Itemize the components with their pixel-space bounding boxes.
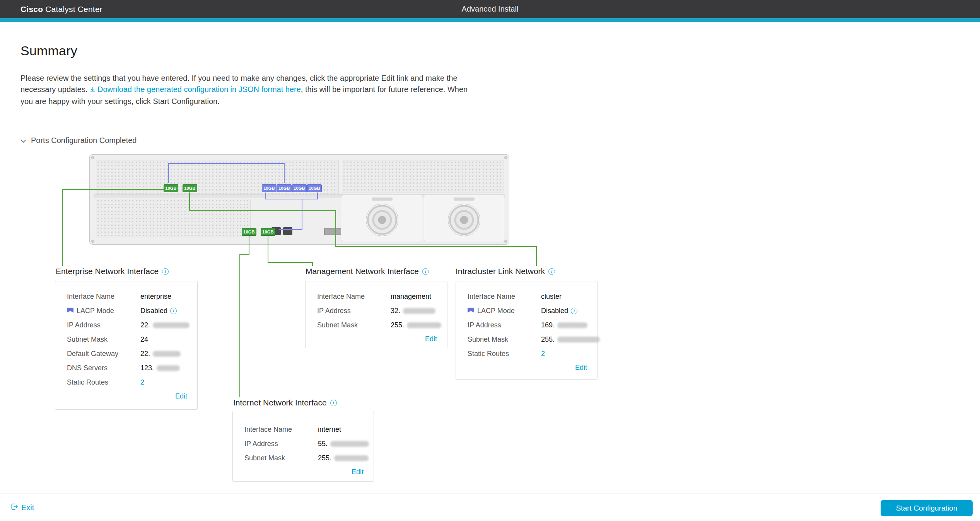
field-value: Disabled <box>140 306 167 315</box>
enterprise-card-title: Enterprise Network Interface i <box>56 266 170 277</box>
field-row-lacp-mode: LACP Mode Disabled i <box>468 306 587 315</box>
edit-link[interactable]: Edit <box>175 392 187 400</box>
field-row-subnet-mask: Subnet Mask 255. <box>317 321 437 329</box>
cluster-port-badge: 10GB <box>242 228 256 236</box>
intracluster-link-card: Interface Name cluster LACP Mode Disable… <box>456 281 598 380</box>
field-value-prefix: 55. <box>318 439 328 448</box>
edit-link[interactable]: Edit <box>352 468 364 476</box>
card-title-text: Enterprise Network Interface <box>56 267 159 276</box>
lacp-flag-icon <box>468 306 474 315</box>
field-label: Interface Name <box>67 292 140 301</box>
io-port <box>283 227 292 235</box>
info-icon[interactable]: i <box>422 268 429 275</box>
card-title-text: Management Network Interface <box>306 267 419 276</box>
static-routes-link[interactable]: 2 <box>140 378 144 386</box>
power-supply-unit <box>342 195 422 241</box>
info-icon[interactable]: i <box>162 268 169 275</box>
field-label: IP Address <box>67 321 140 329</box>
download-icon <box>90 85 96 96</box>
field-label: Default Gateway <box>67 349 140 358</box>
management-interface-card: Interface Name management IP Address 32.… <box>305 281 447 348</box>
exit-label: Exit <box>21 503 34 512</box>
card-title-text: Intracluster Link Network <box>456 267 545 276</box>
chevron-down-icon <box>20 136 26 145</box>
exit-link[interactable]: Exit <box>10 503 34 512</box>
field-value-prefix: 169. <box>541 321 555 329</box>
vent-panel <box>342 160 504 192</box>
intro-text: Please review the settings that you have… <box>20 73 479 107</box>
field-row-ip-address: IP Address 55. <box>244 439 364 448</box>
lacp-port-badge: 10GB <box>307 184 322 192</box>
ports-configuration-section-toggle[interactable]: Ports Configuration Completed <box>20 136 137 145</box>
lacp-flag-icon <box>67 306 73 315</box>
redacted-value <box>334 455 369 461</box>
field-value-prefix: 255. <box>318 454 331 462</box>
field-label: LACP Mode <box>477 306 515 315</box>
info-icon[interactable]: i <box>571 308 577 314</box>
lacp-port-badge: 10GB <box>292 184 307 192</box>
redacted-value <box>557 337 600 342</box>
management-card-title: Management Network Interface i <box>306 266 430 277</box>
field-label: IP Address <box>317 306 391 315</box>
field-label: Subnet Mask <box>67 335 140 344</box>
cluster-port-badge: 10GB <box>261 228 275 236</box>
field-row-dns-servers: DNS Servers 123. <box>67 364 187 372</box>
field-row-interface-name: Interface Name cluster <box>468 292 587 301</box>
field-label: Static Routes <box>67 378 140 386</box>
internet-interface-card: Interface Name internet IP Address 55. S… <box>232 411 374 482</box>
power-supply-unit <box>424 195 504 241</box>
edit-link[interactable]: Edit <box>425 335 437 343</box>
section-title: Ports Configuration Completed <box>31 136 137 145</box>
wizard-title: Advanced Install <box>0 5 980 14</box>
redacted-value <box>330 441 369 447</box>
info-icon[interactable]: i <box>170 308 177 314</box>
screw <box>504 240 507 243</box>
field-row-interface-name: Interface Name internet <box>244 425 364 434</box>
redacted-value <box>557 322 587 328</box>
field-row-ip-address: IP Address 32. <box>317 306 437 315</box>
redacted-value <box>153 351 181 357</box>
field-value: cluster <box>541 292 562 301</box>
download-json-link[interactable]: Download the generated configuration in … <box>90 85 301 94</box>
enterprise-port-badge: 10GB <box>164 184 178 192</box>
field-row-interface-name: Interface Name management <box>317 292 437 301</box>
field-value-prefix: 255. <box>391 321 404 329</box>
psu-handle <box>454 198 475 201</box>
field-value: Disabled <box>541 306 568 315</box>
psu-fan <box>448 204 480 236</box>
screw <box>504 156 507 159</box>
psu-handle <box>372 198 393 201</box>
edit-link[interactable]: Edit <box>575 364 587 371</box>
field-row-static-routes: Static Routes 2 <box>468 349 587 358</box>
field-value: internet <box>318 425 341 434</box>
field-label: Subnet Mask <box>468 335 541 344</box>
redacted-value <box>153 322 190 328</box>
internet-card-title: Internet Network Interface i <box>233 397 338 408</box>
field-row-default-gateway: Default Gateway 22. <box>67 349 187 358</box>
info-icon[interactable]: i <box>330 400 337 406</box>
field-value: 24 <box>140 335 148 344</box>
static-routes-link[interactable]: 2 <box>541 349 545 358</box>
field-label: LACP Mode <box>77 306 114 315</box>
field-row-ip-address: IP Address 22. <box>67 321 187 329</box>
field-value-prefix: 22. <box>140 349 150 358</box>
enterprise-interface-card: Interface Name enterprise LACP Mode Disa… <box>55 281 198 410</box>
field-value: enterprise <box>140 292 171 301</box>
start-configuration-button[interactable]: Start Configuration <box>881 500 973 516</box>
screw <box>91 156 94 159</box>
field-row-subnet-mask: Subnet Mask 24 <box>67 335 187 344</box>
field-row-static-routes: Static Routes 2 <box>67 378 187 386</box>
field-label: Interface Name <box>317 292 391 301</box>
exit-icon <box>10 503 18 512</box>
server-rear-view-image <box>89 154 509 245</box>
io-connector <box>324 228 341 235</box>
field-row-ip-address: IP Address 169. <box>468 321 587 329</box>
info-icon[interactable]: i <box>548 268 555 275</box>
enterprise-port-badge: 10GB <box>183 184 197 192</box>
field-label: Subnet Mask <box>244 454 318 462</box>
redacted-value <box>157 365 180 371</box>
field-label: Interface Name <box>468 292 541 301</box>
field-row-lacp-mode: LACP Mode Disabled i <box>67 306 187 315</box>
field-value-prefix: 255. <box>541 335 555 344</box>
lacp-port-badge: 10GB <box>277 184 292 192</box>
